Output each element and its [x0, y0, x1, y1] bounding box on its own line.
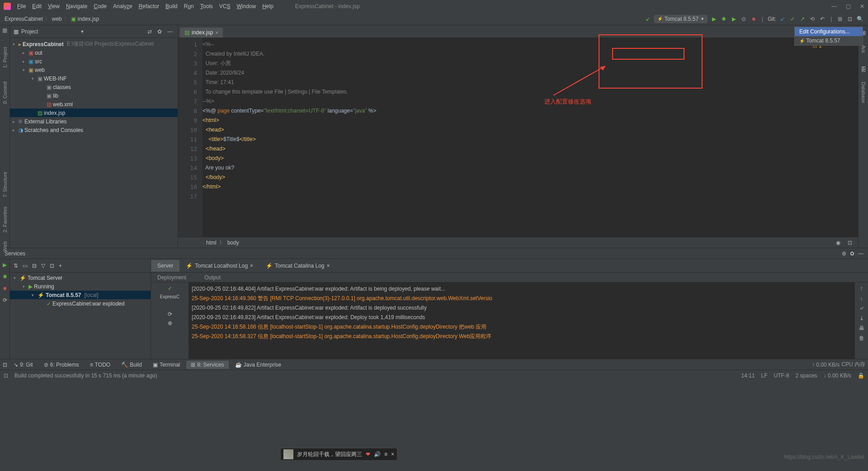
reader-mode-icon[interactable]: ◉ — [835, 239, 842, 246]
close-widget[interactable]: × — [391, 451, 394, 457]
output-tab[interactable]: Output — [204, 274, 221, 281]
close-icon[interactable]: × — [250, 263, 253, 269]
heart-icon[interactable]: ❤ — [366, 451, 370, 457]
soft-wrap-icon[interactable]: ⤶ — [859, 305, 864, 311]
svc-tree-artifact[interactable]: ✓ ExpressCabinet:war exploded — [10, 299, 151, 308]
line-gutter[interactable]: 1234567891011121314151617 — [178, 38, 203, 237]
menu-refactor[interactable]: Refactor — [136, 2, 162, 10]
filter-icon[interactable]: ▽ — [41, 263, 45, 269]
menu-analyze[interactable]: Analyze — [110, 2, 135, 10]
database-stripe[interactable]: Database — [861, 82, 866, 103]
tomcat-config-item[interactable]: ⚡ Tomcat 8.5.57 — [795, 36, 863, 45]
menu-code[interactable]: Code — [91, 2, 109, 10]
tab-catalina-log[interactable]: ⚡ Tomcat Catalina Log × — [259, 260, 336, 272]
project-stripe-icon[interactable]: ▦ — [2, 27, 7, 33]
close-icon[interactable]: ✕ — [860, 3, 864, 9]
project-panel-title[interactable]: Project — [21, 28, 78, 35]
btab-terminal[interactable]: ▣ Terminal — [148, 361, 184, 369]
maximize-icon[interactable]: ▢ — [846, 3, 851, 9]
scroll-down-icon[interactable]: ↓ — [860, 295, 863, 301]
print-icon[interactable]: 🖶 — [859, 325, 864, 331]
indent-settings[interactable]: 2 spaces — [796, 372, 817, 379]
tree-folder-web[interactable]: ▾▣ web — [10, 66, 178, 74]
gear-icon[interactable]: ✿ — [156, 28, 163, 35]
scroll-up-icon[interactable]: ↑ — [860, 285, 863, 292]
build-icon[interactable]: ↙ — [644, 15, 651, 23]
open-browser-icon[interactable]: ⊕ — [168, 320, 172, 326]
breadcrumb-file[interactable]: index.jsp — [78, 16, 99, 22]
edit-configurations-item[interactable]: Edit Configurations... — [795, 27, 863, 36]
file-encoding[interactable]: UTF-8 — [774, 372, 789, 379]
menu-build[interactable]: Build — [163, 2, 180, 10]
run-config-selector[interactable]: ⚡ Tomcat 8.5.57 ▼ Edit Configurations...… — [654, 15, 708, 23]
code-editor[interactable]: <%-- Created by IntelliJ IDEA. User: 小黑 … — [203, 38, 858, 237]
structure-stripe[interactable]: 7: Structure — [2, 172, 8, 198]
btab-services[interactable]: ⊞ 8: Services — [186, 361, 228, 369]
menu-run[interactable]: Run — [181, 2, 197, 10]
menu-vcs[interactable]: VCS — [217, 2, 233, 10]
menu-view[interactable]: View — [45, 2, 62, 10]
search-icon[interactable]: 🔍 — [856, 15, 863, 23]
caret-position[interactable]: 14:11 — [741, 372, 755, 379]
tab-indexjsp[interactable]: ▤ index.jsp × — [180, 28, 223, 38]
menu-navigate[interactable]: Navigate — [63, 2, 90, 10]
project-stripe[interactable]: 1: Project — [2, 47, 8, 68]
project-tree[interactable]: ▾▸ ExpressCabinet E:\项目\Git Projects\Exp… — [10, 38, 178, 248]
btab-problems[interactable]: ⊘ 6: Problems — [39, 361, 84, 369]
group-icon[interactable]: ▭ — [23, 263, 28, 269]
stop-icon[interactable]: ■ — [750, 15, 757, 23]
menu-help[interactable]: Help — [259, 2, 276, 10]
svc-tree-running[interactable]: ▾▶ Running — [10, 282, 151, 291]
minimize-icon[interactable]: — — [831, 3, 837, 9]
collapse-all-icon[interactable]: ⇄ — [146, 28, 153, 35]
structure-icon[interactable]: ⊞ — [836, 15, 844, 23]
tree-folder-classes[interactable]: ▣ classes — [10, 83, 178, 91]
crumb-html[interactable]: html — [206, 240, 217, 246]
coverage-icon[interactable]: ▶ — [730, 15, 737, 23]
favorites-stripe[interactable]: 2: Favorites — [2, 207, 8, 232]
hide-icon[interactable]: — — [858, 250, 863, 257]
btab-todo[interactable]: ≡ TODO — [85, 361, 115, 369]
crumb-body[interactable]: body — [227, 240, 239, 246]
expand-icon[interactable]: ⊡ — [846, 15, 854, 23]
playlist-icon[interactable]: ≡ — [384, 451, 387, 457]
update-project-icon[interactable]: ↙ — [779, 15, 786, 23]
tree-scratches[interactable]: ▸◑ Scratches and Consoles — [10, 126, 178, 134]
tree-project-root[interactable]: ▾▸ ExpressCabinet E:\项目\Git Projects\Exp… — [10, 40, 178, 48]
tab-localhost-log[interactable]: ⚡ Tomcat Localhost Log × — [179, 260, 259, 272]
deployment-tab[interactable]: Deployment — [157, 274, 186, 281]
tab-server[interactable]: Server — [151, 260, 179, 272]
menu-window[interactable]: Window — [234, 2, 259, 10]
chevron-down-icon[interactable]: ▼ — [80, 29, 85, 34]
breadcrumb-web[interactable]: web — [52, 16, 62, 22]
breadcrumb-root[interactable]: ExpressCabinet — [5, 16, 43, 22]
menu-edit[interactable]: Edit — [29, 2, 44, 10]
close-icon[interactable]: × — [327, 263, 330, 269]
clear-icon[interactable]: 🗑 — [859, 335, 864, 341]
tree-external-libs[interactable]: ▸⊪ External Libraries — [10, 117, 178, 126]
run-icon[interactable]: ▶ — [3, 262, 7, 268]
lock-icon[interactable]: ⊡ — [846, 239, 854, 246]
history-icon[interactable]: ⟲ — [809, 15, 816, 23]
stop-icon[interactable]: ■ — [3, 285, 6, 292]
menu-tools[interactable]: Tools — [198, 2, 216, 10]
debug-icon[interactable]: ✱ — [3, 273, 7, 280]
line-separator[interactable]: LF — [761, 372, 768, 379]
btab-javaee[interactable]: ☕ Java Enterprise — [231, 361, 286, 369]
run-icon[interactable]: ▶ — [710, 15, 717, 23]
tree-file-indexjsp[interactable]: ▤ index.jsp — [10, 108, 178, 117]
debug-icon[interactable]: ✱ — [720, 15, 727, 23]
tree-folder-src[interactable]: ▸▣ src — [10, 57, 178, 66]
commit-icon[interactable]: ✓ — [789, 15, 796, 23]
svc-tree-server[interactable]: ▾⚡ Tomcat 8.5.57 [local] — [10, 291, 151, 299]
media-player-widget[interactable]: 岁月轮回千载，望回应两三 ❤ 🔊 ≡ × — [280, 448, 397, 461]
expand-icon[interactable]: ⇅ — [14, 263, 18, 269]
tree-file-webxml[interactable]: ▤ web.xml — [10, 100, 178, 108]
profiler-icon[interactable]: ⊙ — [740, 15, 747, 23]
db-stripe-icon[interactable]: 🗄 — [861, 66, 866, 73]
push-icon[interactable]: ↗ — [799, 15, 806, 23]
gear-icon[interactable]: ✿ — [850, 250, 854, 257]
btab-git[interactable]: ↘ 9: Git — [9, 361, 38, 369]
rollback-icon[interactable]: ↶ — [819, 15, 826, 23]
tree-folder-webinf[interactable]: ▾▣ WEB-INF — [10, 74, 178, 83]
